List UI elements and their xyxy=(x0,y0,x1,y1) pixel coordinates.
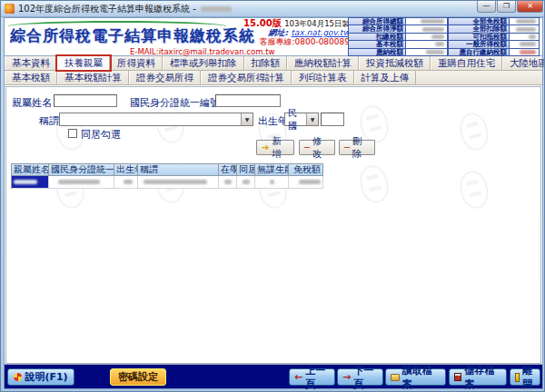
col-header-in-school: 在學 xyxy=(219,164,237,176)
open-folder-icon xyxy=(391,374,400,381)
window-controls: — ❒ ✕ xyxy=(476,1,543,13)
tab-bar-main: 基本資料 扶養親屬 所得資料 標準或列舉扣除 扣除額 應納稅額計算 投資抵減稅額… xyxy=(5,56,542,71)
edit-button-label: 修改 xyxy=(312,135,330,161)
table-header-row: 親屬姓名 國民身分證統一編號 出生年 稱謂 在學 同居 無謀生能力 免稅額 xyxy=(12,164,323,176)
tab-basic-tax[interactable]: 基本稅額 xyxy=(5,71,57,84)
cell-birth-year xyxy=(114,176,138,189)
hotline: 客服專線:0800-080089 xyxy=(212,37,350,46)
relation-title-label: 稱謂 xyxy=(39,114,59,128)
tab-standard-itemized[interactable]: 標準或列舉扣除 xyxy=(163,56,244,70)
delete-button-label: 刪除 xyxy=(352,135,370,161)
next-page-button[interactable]: → 下一頁 xyxy=(337,368,383,386)
chevron-down-icon[interactable]: ▼ xyxy=(306,113,318,125)
tab-securities-income-calc[interactable]: 證券交易所得計算 xyxy=(201,71,292,84)
col-header-relation: 稱謂 xyxy=(138,164,219,176)
col-header-name: 親屬姓名 xyxy=(12,164,49,176)
password-button-label: 密碼設定 xyxy=(118,370,158,384)
help-button[interactable]: 說明(F1) xyxy=(7,368,74,386)
summary-panel: 綜合所得總額 綜合所得淨額 扣繳稅額 基本稅額 應納稅額 全部免稅額 全部扣除額… xyxy=(348,18,541,56)
save-file-button[interactable]: 儲存檔案 xyxy=(449,368,507,386)
prev-button-label: 上一頁 xyxy=(305,364,330,391)
maximize-button[interactable]: ❒ xyxy=(497,1,516,13)
stat-value xyxy=(406,48,448,56)
cohabit-label: 同居勾選 xyxy=(81,128,121,142)
tab-income-data[interactable]: 所得資料 xyxy=(110,56,163,70)
delete-icon: ─ xyxy=(344,142,350,152)
era-select[interactable]: 民國 ▼ xyxy=(284,113,319,126)
website-label: 網址: xyxy=(268,28,288,37)
col-header-birth-year: 出生年 xyxy=(114,164,138,176)
relative-name-label: 親屬姓名 xyxy=(12,96,52,110)
app-icon xyxy=(5,4,15,14)
tab-basic-info[interactable]: 基本資料 xyxy=(5,56,57,70)
help-button-label: 說明(F1) xyxy=(25,370,67,384)
load-button-label: 讀取檔案 xyxy=(402,364,441,391)
window-title: 102年度綜合所得稅電子結算申報繳稅系統 - xyxy=(18,3,196,15)
help-icon xyxy=(14,373,22,381)
tab-calc-upload[interactable]: 計算及上傳 xyxy=(354,71,417,84)
header: 綜合所得稅電子結算申報繳稅系統 15.00版 103年04月15日製 網址: t… xyxy=(5,18,542,56)
table-row[interactable] xyxy=(12,176,323,189)
stat-label: 應納稅額 xyxy=(348,48,406,56)
cohabit-checkbox[interactable] xyxy=(68,129,77,138)
era-value: 民國 xyxy=(285,107,306,132)
cell-no-earning xyxy=(255,176,289,189)
dependents-table: 親屬姓名 國民身分證統一編號 出生年 稱謂 在學 同居 無謀生能力 免稅額 xyxy=(11,163,323,189)
add-icon: ➔ xyxy=(262,142,269,152)
relation-title-select[interactable]: ▼ xyxy=(59,113,253,126)
tab-securities-income[interactable]: 證券交易所得 xyxy=(129,71,201,84)
delete-button[interactable]: ─ 刪除 xyxy=(339,140,375,155)
watermark-seal xyxy=(356,162,391,206)
edit-icon: ─ xyxy=(304,142,310,152)
next-button-label: 下一頁 xyxy=(353,364,378,391)
tab-dependents[interactable]: 扶養親屬 xyxy=(57,56,110,70)
edit-button[interactable]: ─ 修改 xyxy=(299,140,335,155)
relative-name-input[interactable] xyxy=(54,94,117,107)
national-id-label: 國民身分證統一編號 xyxy=(130,96,220,110)
stat-label: 應自行繳納稅額 xyxy=(448,48,510,56)
tab-tax-calculation[interactable]: 應納稅額計算 xyxy=(287,56,359,70)
tab-deductions[interactable]: 扣除額 xyxy=(244,56,288,70)
add-button[interactable]: ➔ 新增 xyxy=(256,140,294,155)
tab-print-worksheet[interactable]: 列印計算表 xyxy=(292,71,354,84)
chevron-down-icon[interactable]: ▼ xyxy=(241,113,253,125)
national-id-input[interactable] xyxy=(215,94,281,107)
col-header-id: 國民身分證統一編號 xyxy=(49,164,114,176)
exit-button[interactable]: 離開 xyxy=(510,368,540,386)
header-info: 15.00版 103年04月15日製 網址: tax.nat.gov.tw 客服… xyxy=(212,19,350,55)
stat-value xyxy=(510,48,540,56)
dependents-panel: 親屬姓名 國民身分證統一編號 稱謂 ▼ 出生年 民國 ▼ 同居勾選 ➔ 新增 xyxy=(5,86,541,364)
tab-investment-credit[interactable]: 投資抵減稅額 xyxy=(359,56,431,70)
logo-swoosh xyxy=(8,21,226,32)
cell-name-selected[interactable] xyxy=(12,176,49,189)
save-button-label: 儲存檔案 xyxy=(464,364,501,391)
tab-bar-secondary: 基本稅額 基本稅額計算 證券交易所得 證券交易所得計算 列印計算表 計算及上傳 xyxy=(5,71,542,85)
app-window: 102年度綜合所得稅電子結算申報繳稅系統 - — ❒ ✕ 綜合所得稅電子結算申報… xyxy=(0,0,545,392)
exit-button-label: 離開 xyxy=(522,364,535,391)
client-area: 綜合所得稅電子結算申報繳稅系統 15.00版 103年04月15日製 網址: t… xyxy=(4,17,543,389)
minimize-button[interactable]: — xyxy=(477,1,496,13)
col-header-no-earning: 無謀生能力 xyxy=(255,164,289,176)
version-date: 103年04月15日製 xyxy=(284,19,350,28)
website-link[interactable]: tax.nat.gov.tw xyxy=(292,28,350,37)
prev-page-button[interactable]: ← 上一頁 xyxy=(289,368,335,386)
tab-mainland-tax-credit[interactable]: 大陸地區所得稅扣抵 xyxy=(502,56,545,70)
arrow-left-icon: ← xyxy=(294,371,302,383)
tab-basic-tax-calc[interactable]: 基本稅額計算 xyxy=(57,71,129,84)
col-header-exemption: 免稅額 xyxy=(289,164,323,176)
col-header-cohabit: 同居 xyxy=(237,164,255,176)
cell-exemption xyxy=(289,176,323,189)
close-button[interactable]: ✕ xyxy=(517,1,543,13)
bottom-toolbar: 說明(F1) 密碼設定 ← 上一頁 → 下一頁 讀取檔案 儲存檔案 xyxy=(5,364,542,388)
tab-home-repurchase[interactable]: 重購自用住宅 xyxy=(431,56,502,70)
cell-in-school xyxy=(219,176,237,189)
title-bar: 102年度綜合所得稅電子結算申報繳稅系統 - — ❒ ✕ xyxy=(1,1,545,17)
save-disk-icon xyxy=(454,373,461,381)
password-settings-button[interactable]: 密碼設定 xyxy=(110,368,166,386)
email: E-MAIL:itaxirc@mail.tradevan.com.tw xyxy=(130,47,275,56)
load-file-button[interactable]: 讀取檔案 xyxy=(385,368,446,386)
arrow-right-icon: → xyxy=(342,371,351,383)
cell-relation xyxy=(138,176,219,189)
version-label: 15.00版 xyxy=(243,18,282,28)
birth-year-input[interactable] xyxy=(321,113,344,126)
